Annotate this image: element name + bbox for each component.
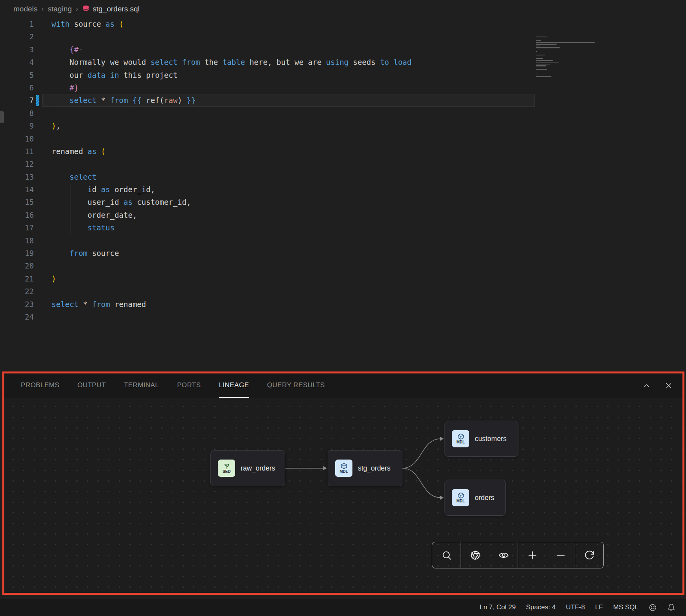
line-number: 20 [0,259,34,272]
gutter [34,234,52,247]
line-number: 4 [0,56,34,68]
panel-tab-terminal[interactable]: TERMINAL [124,373,159,398]
gutter [34,81,52,94]
search-button[interactable] [432,542,461,568]
code-line-11[interactable]: 11renamed as ( [0,145,686,158]
panel-tab-ports[interactable]: PORTS [177,373,201,398]
code-line-12[interactable]: 12 [0,158,686,170]
code-line-15[interactable]: 15 user_id as customer_id, [0,196,686,208]
code-text: status [52,221,114,234]
refresh-button[interactable] [575,542,603,568]
lineage-node-stg-orders[interactable]: MDL stg_orders [328,450,402,486]
line-number: 12 [0,158,34,170]
line-number: 16 [0,209,34,221]
lineage-node-orders[interactable]: MDL orders [444,480,506,516]
cursor-position[interactable]: Ln 7, Col 29 [474,599,521,616]
code-line-17[interactable]: 17 status [0,221,686,234]
lineage-node-raw-orders[interactable]: SED raw_orders [210,450,285,486]
panel-close-button[interactable] [663,380,675,392]
gutter [34,43,52,56]
panel-tabs: PROBLEMSOUTPUTTERMINALPORTSLINEAGEQUERY … [21,373,343,398]
code-text: ) [52,272,56,285]
minimap[interactable] [536,37,597,79]
focus-mode-button[interactable] [461,542,489,568]
gutter-decoration-icon [36,95,39,106]
gutter [34,107,52,120]
aperture-icon [470,550,481,561]
code-line-23[interactable]: 23select * from renamed [0,298,686,311]
language-mode[interactable]: MS SQL [608,599,644,616]
line-number: 23 [0,298,34,311]
gutter [34,196,52,208]
code-line-9[interactable]: 9), [0,120,686,132]
zoom-out-button[interactable] [546,542,575,568]
line-number: 17 [0,221,34,234]
model-badge-label: MDL [339,470,348,474]
code-line-8[interactable]: 8 [0,107,686,120]
line-number: 18 [0,234,34,247]
panel-tab-lineage[interactable]: LINEAGE [219,373,249,398]
breadcrumb-separator: › [76,5,78,13]
panel-maximize-button[interactable] [641,380,653,392]
line-number: 14 [0,183,34,196]
breadcrumb: models › staging › stg_orders.sql [0,0,686,18]
panel-actions [641,380,675,392]
breadcrumb-file[interactable]: stg_orders.sql [82,5,140,13]
panel-tab-query-results[interactable]: QUERY RESULTS [267,373,325,398]
indentation-setting[interactable]: Spaces: 4 [521,599,561,616]
line-number: 3 [0,43,34,56]
code-line-6[interactable]: 6 #} [0,81,686,94]
gutter [34,247,52,259]
code-text: ), [52,120,61,132]
code-line-22[interactable]: 22 [0,285,686,298]
line-number: 9 [0,120,34,132]
lineage-canvas[interactable]: SED raw_orders MDL stg_orders [4,398,682,593]
gutter [34,94,52,107]
code-text: with source as ( [52,18,124,30]
left-gutter-handle[interactable] [0,111,4,123]
search-icon [441,550,452,561]
gutter [34,69,52,81]
gutter [34,272,52,285]
panel-tab-output[interactable]: OUTPUT [77,373,106,398]
model-badge-label: MDL [456,440,465,444]
code-text: id as order_id, [52,183,155,196]
code-text: user_id as customer_id, [52,196,191,208]
notifications-button[interactable] [662,599,680,616]
code-line-16[interactable]: 16 order_date, [0,209,686,221]
encoding-setting[interactable]: UTF-8 [561,599,590,616]
code-line-19[interactable]: 19 from source [0,247,686,259]
status-bar: Ln 7, Col 29 Spaces: 4 UTF-8 LF MS SQL [0,599,686,616]
gutter [34,285,52,298]
code-line-1[interactable]: 1with source as ( [0,18,686,30]
panel-tab-problems[interactable]: PROBLEMS [21,373,59,398]
line-number: 8 [0,107,34,120]
lineage-toolbar [432,542,604,568]
lineage-node-customers[interactable]: MDL customers [444,421,518,457]
zoom-in-button[interactable] [518,542,546,568]
node-label: stg_orders [358,464,391,473]
code-text: Normally we would select from the table … [52,56,411,68]
code-line-7[interactable]: 7 select * from {{ ref(raw) }} [0,94,686,107]
seed-badge-label: SED [223,470,231,474]
code-line-13[interactable]: 13 select [0,171,686,183]
gutter [34,56,52,68]
line-number: 22 [0,285,34,298]
breadcrumb-staging[interactable]: staging [48,5,72,13]
line-number: 6 [0,81,34,94]
code-line-18[interactable]: 18 [0,234,686,247]
database-icon [82,5,90,13]
close-icon [664,381,673,390]
code-editor[interactable]: 1with source as (23 {#-4 Normally we wou… [0,18,686,371]
code-line-10[interactable]: 10 [0,132,686,145]
breadcrumb-models[interactable]: models [13,5,37,13]
code-text: order_date, [52,209,137,221]
code-line-21[interactable]: 21) [0,272,686,285]
code-line-14[interactable]: 14 id as order_id, [0,183,686,196]
feedback-button[interactable] [644,599,662,616]
code-line-24[interactable]: 24 [0,311,686,323]
code-line-20[interactable]: 20 [0,259,686,272]
eol-setting[interactable]: LF [590,599,608,616]
visibility-button[interactable] [489,542,518,568]
breadcrumb-filename: stg_orders.sql [93,5,140,13]
